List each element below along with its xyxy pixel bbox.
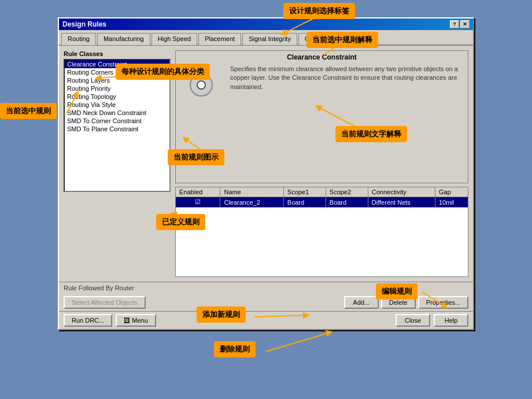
callout-defined-rule: 已定义规则 xyxy=(156,214,205,230)
callout-selected-rule: 当前选中规则 xyxy=(0,103,57,119)
rule-classes-label: Rule Classes xyxy=(64,50,171,57)
cell-scope1: Board xyxy=(283,197,326,208)
tab-highspeed[interactable]: High Speed xyxy=(152,33,198,45)
col-gap: Gap xyxy=(435,187,468,197)
rules-table: Enabled Name Scope1 Scope2 Connectivity … xyxy=(175,187,468,277)
tab-placement[interactable]: Placement xyxy=(198,33,241,45)
table-body: ☑ Clearance_2 Board Board Different Nets… xyxy=(176,197,468,277)
callout-rule-text: 当前规则文字解释 xyxy=(335,126,407,142)
col-connectivity: Connectivity xyxy=(368,187,435,197)
window-title: Design Rules xyxy=(62,20,106,28)
cell-name: Clearance_2 xyxy=(220,197,283,208)
help-button[interactable]: ? xyxy=(450,20,459,28)
run-drc-button[interactable]: Run DRC... xyxy=(64,314,112,327)
cell-enabled[interactable]: ☑ xyxy=(176,197,220,208)
cell-connectivity: Different Nets xyxy=(368,197,435,208)
tabs-bar: Routing Manufacturing High Speed Placeme… xyxy=(59,30,473,46)
table-row[interactable]: ☑ Clearance_2 Board Board Different Nets… xyxy=(176,197,468,208)
cell-scope2: Board xyxy=(326,197,368,208)
select-affected-button[interactable]: Select Affected Objects xyxy=(64,296,146,309)
page-wrapper: Design Rules ? ✕ Routing Manufacturing H… xyxy=(0,0,532,399)
help-button-bottom[interactable]: Help xyxy=(434,314,468,327)
close-button[interactable]: ✕ xyxy=(460,20,470,28)
close-button-bottom[interactable]: Close xyxy=(396,314,430,327)
tab-routing[interactable]: Routing xyxy=(61,33,96,45)
title-bar: Design Rules ? ✕ xyxy=(59,19,473,30)
callout-rule-diagram: 当前规则图示 xyxy=(168,149,224,165)
bottom-bar-right: Close Help xyxy=(396,314,468,327)
list-item-smd-neck-down[interactable]: SMD Neck Down Constraint xyxy=(65,109,169,117)
title-bar-buttons: ? ✕ xyxy=(450,20,470,28)
callout-add-rule: 添加新规则 xyxy=(197,306,246,323)
list-item-smd-corner[interactable]: SMD To Corner Constraint xyxy=(65,117,169,125)
callout-rule-class: 每种设计规则的具体分类 xyxy=(116,64,210,80)
menu-icon: 🖼 xyxy=(124,317,130,324)
tab-signal-integrity[interactable]: Signal Integrity xyxy=(242,33,297,45)
col-scope2: Scope2 xyxy=(326,187,368,197)
left-panel: Rule Classes Clearance Constraint Routin… xyxy=(64,50,171,277)
table-header: Enabled Name Scope1 Scope2 Connectivity … xyxy=(176,187,468,197)
list-item-routing-topology[interactable]: Routing Topology xyxy=(65,93,169,101)
pad-inner xyxy=(197,80,206,90)
constraint-title: Clearance Constraint xyxy=(178,53,466,61)
properties-button[interactable]: Properties... xyxy=(418,296,468,309)
empty-row xyxy=(176,208,468,277)
rules-table-section: Enabled Name Scope1 Scope2 Connectivity … xyxy=(175,187,468,277)
constraint-description: Specifies the minimum clearance allowed … xyxy=(230,65,466,99)
cell-gap: 10mil xyxy=(435,197,468,208)
constraint-content: ∧ Specifies the minimum clearance allowe… xyxy=(178,65,466,99)
main-content: Rule Classes Clearance Constraint Routin… xyxy=(59,46,473,282)
list-item-routing-via-style[interactable]: Routing Via Style xyxy=(65,101,169,109)
callout-delete-rule: 删除规则 xyxy=(214,341,256,357)
list-item-smd-plane[interactable]: SMD To Plane Constraint xyxy=(65,125,169,133)
menu-button[interactable]: 🖼 Menu xyxy=(116,314,156,327)
callout-edit-rule: 编辑规则 xyxy=(376,283,418,300)
header-row: Enabled Name Scope1 Scope2 Connectivity … xyxy=(176,187,468,197)
col-scope1: Scope1 xyxy=(283,187,326,197)
list-item-routing-priority[interactable]: Routing Priority xyxy=(65,84,169,93)
col-enabled: Enabled xyxy=(176,187,220,197)
callout-tab: 设计规则选择标签 xyxy=(283,3,355,19)
add-button[interactable]: Add... xyxy=(344,296,379,309)
menu-label: Menu xyxy=(132,317,148,324)
col-name: Name xyxy=(220,187,283,197)
tab-manufacturing[interactable]: Manufacturing xyxy=(97,33,150,45)
callout-rule-desc: 当前选中规则解释 xyxy=(306,32,378,48)
bottom-bar: Run DRC... 🖼 Menu Close Help xyxy=(59,311,473,329)
